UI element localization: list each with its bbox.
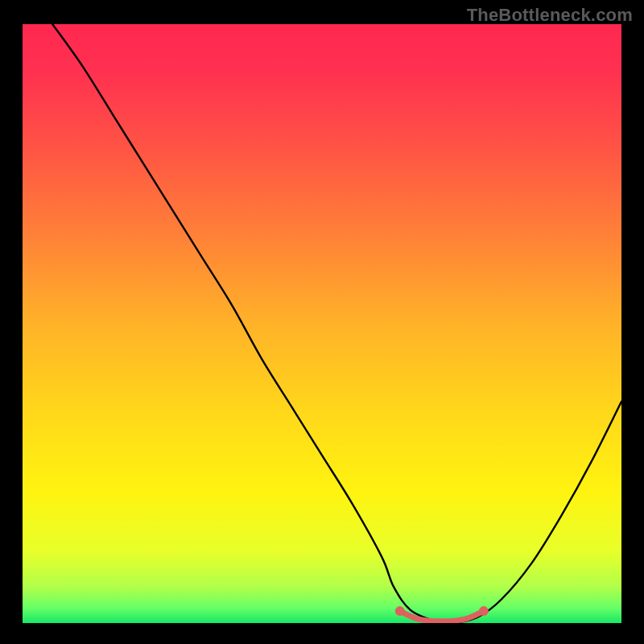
flat-bottom-left (395, 606, 405, 616)
plot-area (23, 24, 621, 623)
flat-bottom-right (479, 606, 489, 616)
chart-svg (23, 24, 621, 623)
chart-frame: TheBottleneck.com (0, 0, 644, 644)
watermark-text: TheBottleneck.com (467, 5, 633, 26)
